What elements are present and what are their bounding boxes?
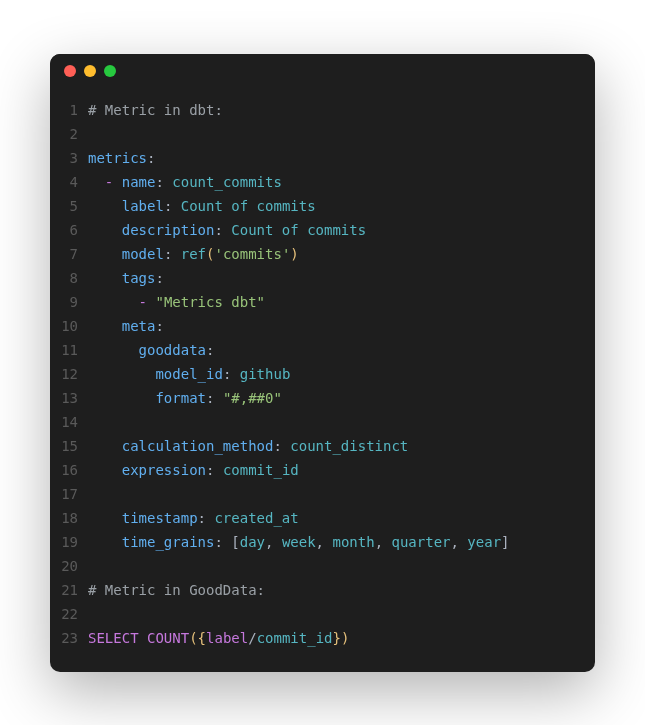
line-content: calculation_method: count_distinct <box>88 434 408 458</box>
line-content: SELECT COUNT({label/commit_id}) <box>88 626 349 650</box>
token-comment: # Metric in GoodData: <box>88 582 265 598</box>
line-number: 13 <box>60 386 88 410</box>
line-content: meta: <box>88 314 164 338</box>
token-punct <box>88 462 122 478</box>
line-number: 3 <box>60 146 88 170</box>
token-slash: / <box>248 630 256 646</box>
token-key: label <box>122 198 164 214</box>
code-line: 13 format: "#,##0" <box>60 386 579 410</box>
line-number: 7 <box>60 242 88 266</box>
token-punct: : <box>147 150 155 166</box>
line-content: model_id: github <box>88 362 290 386</box>
code-line: 23SELECT COUNT({label/commit_id}) <box>60 626 579 650</box>
token-value: quarter <box>391 534 450 550</box>
code-line: 1# Metric in dbt: <box>60 98 579 122</box>
token-comment: # Metric in dbt: <box>88 102 223 118</box>
token-punct: : <box>273 438 290 454</box>
token-key: calculation_method <box>122 438 274 454</box>
token-punct: : <box>214 222 231 238</box>
line-content: format: "#,##0" <box>88 386 282 410</box>
code-line: 18 timestamp: created_at <box>60 506 579 530</box>
token-brace: } <box>333 630 341 646</box>
code-line: 7 model: ref('commits') <box>60 242 579 266</box>
token-key: format <box>155 390 206 406</box>
line-content: # Metric in dbt: <box>88 98 223 122</box>
token-string: "Metrics dbt" <box>155 294 265 310</box>
token-punct <box>88 318 122 334</box>
token-punct: , <box>316 534 333 550</box>
line-content: metrics: <box>88 146 155 170</box>
token-value: month <box>332 534 374 550</box>
token-string: 'commits' <box>214 246 290 262</box>
token-value: created_at <box>214 510 298 526</box>
line-content: time_grains: [day, week, month, quarter,… <box>88 530 510 554</box>
code-line: 14 <box>60 410 579 434</box>
token-value: count_commits <box>172 174 282 190</box>
token-key: metrics <box>88 150 147 166</box>
token-punct <box>88 294 139 310</box>
maximize-icon[interactable] <box>104 65 116 77</box>
token-punct: : <box>198 510 215 526</box>
token-paren: ( <box>189 630 197 646</box>
line-number: 6 <box>60 218 88 242</box>
token-punct <box>88 438 122 454</box>
token-key: description <box>122 222 215 238</box>
line-content: description: Count of commits <box>88 218 366 242</box>
line-number: 2 <box>60 122 88 146</box>
line-content: timestamp: created_at <box>88 506 299 530</box>
token-value: day <box>240 534 265 550</box>
token-brace: { <box>198 630 206 646</box>
token-punct: : <box>155 270 163 286</box>
code-line: 3metrics: <box>60 146 579 170</box>
token-punct: : <box>155 174 172 190</box>
token-value: week <box>282 534 316 550</box>
token-punct <box>88 390 155 406</box>
code-window: 1# Metric in dbt:23metrics:4 - name: cou… <box>50 54 595 672</box>
line-content: label: Count of commits <box>88 194 316 218</box>
token-paren: ) <box>290 246 298 262</box>
token-value: github <box>240 366 291 382</box>
token-punct: ] <box>501 534 509 550</box>
code-line: 2 <box>60 122 579 146</box>
minimize-icon[interactable] <box>84 65 96 77</box>
token-key: name <box>122 174 156 190</box>
token-ident: label <box>206 630 248 646</box>
line-number: 11 <box>60 338 88 362</box>
token-punct <box>88 174 105 190</box>
close-icon[interactable] <box>64 65 76 77</box>
code-line: 10 meta: <box>60 314 579 338</box>
code-line: 9 - "Metrics dbt" <box>60 290 579 314</box>
token-key: model <box>122 246 164 262</box>
token-punct: : <box>164 198 181 214</box>
titlebar <box>50 54 595 88</box>
line-number: 20 <box>60 554 88 578</box>
line-content: - "Metrics dbt" <box>88 290 265 314</box>
code-line: 22 <box>60 602 579 626</box>
token-punct <box>88 198 122 214</box>
code-line: 16 expression: commit_id <box>60 458 579 482</box>
line-number: 12 <box>60 362 88 386</box>
token-value: count_distinct <box>290 438 408 454</box>
token-punct <box>88 510 122 526</box>
line-number: 15 <box>60 434 88 458</box>
code-line: 19 time_grains: [day, week, month, quart… <box>60 530 579 554</box>
token-punct: , <box>265 534 282 550</box>
line-content: - name: count_commits <box>88 170 282 194</box>
token-dash: - <box>139 294 147 310</box>
token-punct: : <box>223 366 240 382</box>
token-punct <box>88 270 122 286</box>
code-line: 6 description: Count of commits <box>60 218 579 242</box>
token-punct: : <box>206 390 223 406</box>
code-line: 8 tags: <box>60 266 579 290</box>
token-punct: , <box>375 534 392 550</box>
line-number: 1 <box>60 98 88 122</box>
line-number: 4 <box>60 170 88 194</box>
token-punct <box>113 174 121 190</box>
line-number: 18 <box>60 506 88 530</box>
code-editor[interactable]: 1# Metric in dbt:23metrics:4 - name: cou… <box>50 88 595 672</box>
token-value: commit_id <box>223 462 299 478</box>
token-punct: : [ <box>214 534 239 550</box>
token-punct: : <box>164 246 181 262</box>
line-content: tags: <box>88 266 164 290</box>
line-number: 14 <box>60 410 88 434</box>
